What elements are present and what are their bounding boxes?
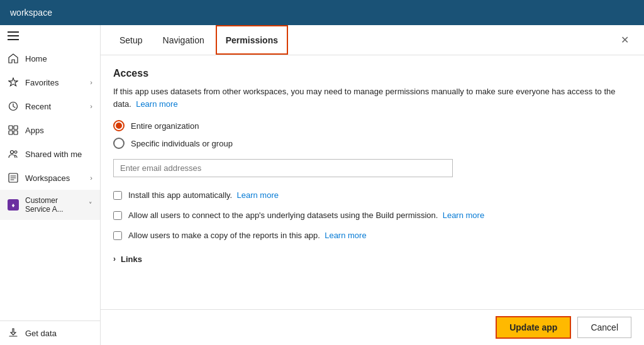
checkbox-allow-build: Allow all users to connect to the app's … [113,210,631,221]
content-panel: Setup Navigation Permissions ✕ Access If… [101,25,644,345]
close-button[interactable]: ✕ [616,31,634,48]
favorites-icon [8,77,19,88]
recent-icon [8,101,19,112]
sidebar-item-home[interactable]: Home [0,47,100,70]
svg-point-5 [11,151,14,154]
sidebar-item-favorites-label: Favorites [25,78,58,87]
sidebar-item-recent[interactable]: Recent › [0,94,100,118]
chevron-right-icon: › [90,79,92,86]
sidebar-item-get-data[interactable]: Get data [0,321,100,345]
svg-rect-4 [14,131,18,134]
tabs-bar: Setup Navigation Permissions ✕ [101,25,644,55]
allow-copy-label: Allow users to make a copy of the report… [128,230,367,241]
topbar: workspace [0,0,644,25]
install-auto-label: Install this app automatically. Learn mo… [128,190,279,201]
sidebar-item-workspaces[interactable]: Workspaces › [0,166,100,190]
checkbox-install-auto: Install this app automatically. Learn mo… [113,190,631,201]
chevron-down-icon: ˅ [89,201,92,209]
allow-build-label: Allow all users to connect to the app's … [128,210,484,221]
links-label: Links [121,255,142,264]
sidebar: Home Favorites › Recent › [0,25,101,345]
footer: Update app Cancel [101,309,644,345]
allow-build-checkbox[interactable] [113,211,122,220]
chevron-right-icon: › [90,102,92,110]
install-auto-learn-more[interactable]: Learn more [236,190,278,200]
tab-setup[interactable]: Setup [111,25,152,55]
sidebar-item-home-label: Home [25,54,47,63]
radio-specific[interactable]: Specific individuals or group [113,138,631,149]
apps-icon [8,124,19,136]
svg-rect-1 [9,126,13,129]
email-input[interactable] [113,159,453,177]
allow-copy-checkbox[interactable] [113,231,122,240]
allow-build-learn-more[interactable]: Learn more [443,211,484,220]
svg-rect-2 [14,126,18,129]
radio-specific-label: Specific individuals or group [131,139,233,148]
chevron-right-icon: › [90,174,92,182]
sidebar-item-get-data-label: Get data [25,329,57,338]
radio-specific-indicator [113,138,125,149]
sidebar-bottom: Get data [0,320,100,345]
sidebar-item-customer[interactable]: Customer Service A... ˅ [0,190,100,220]
checkbox-allow-copy: Allow users to make a copy of the report… [113,230,631,241]
home-icon [8,53,19,64]
sidebar-item-customer-label: Customer Service A... [25,196,82,214]
update-app-button[interactable]: Update app [496,316,571,339]
hamburger-menu[interactable] [0,25,100,47]
access-title: Access [113,68,631,79]
sidebar-item-workspaces-label: Workspaces [25,173,70,183]
topbar-title: workspace [10,8,52,18]
tab-navigation[interactable]: Navigation [154,25,213,55]
allow-copy-learn-more[interactable]: Learn more [325,231,366,240]
main-layout: Home Favorites › Recent › [0,25,644,345]
sidebar-item-shared[interactable]: Shared with me [0,142,100,166]
links-section[interactable]: › Links [113,255,631,264]
permissions-content: Access If this app uses datasets from ot… [101,55,644,309]
get-data-icon [8,327,19,339]
learn-more-link-1[interactable]: Learn more [136,99,177,109]
tab-permissions[interactable]: Permissions [216,25,288,55]
svg-rect-3 [9,131,13,134]
customer-icon [8,199,19,211]
cancel-button[interactable]: Cancel [577,317,631,338]
sidebar-item-favorites[interactable]: Favorites › [0,70,100,94]
radio-entire-org-indicator [113,120,125,131]
sidebar-item-apps-label: Apps [25,126,44,135]
radio-entire-org[interactable]: Entire organization [113,120,631,131]
svg-point-6 [14,151,17,153]
radio-entire-org-label: Entire organization [131,121,199,131]
sidebar-item-apps[interactable]: Apps [0,118,100,142]
shared-icon [8,148,19,160]
access-radio-group: Entire organization Specific individuals… [113,120,631,149]
install-auto-checkbox[interactable] [113,191,122,200]
sidebar-item-recent-label: Recent [25,102,51,111]
links-chevron-icon: › [113,255,116,263]
sidebar-item-shared-label: Shared with me [25,150,82,159]
checkbox-group: Install this app automatically. Learn mo… [113,190,631,242]
workspaces-icon [8,172,19,183]
access-description: If this app uses datasets from other wor… [113,85,631,110]
